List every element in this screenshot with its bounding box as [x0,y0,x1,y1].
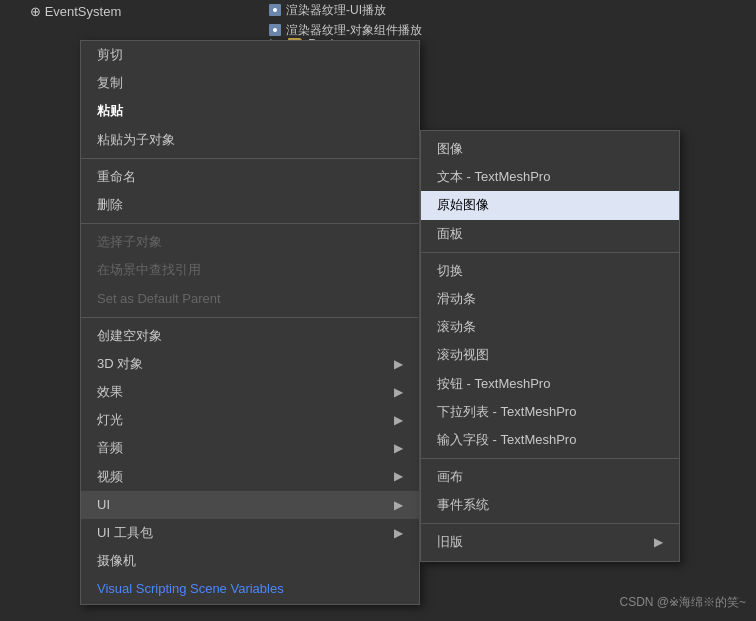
menu-item-paste[interactable]: 粘贴 [81,97,419,125]
sub-menu-text-mesh[interactable]: 文本 - TextMeshPro [421,163,679,191]
menu-item-audio[interactable]: 音频 ▶ [81,434,419,462]
sub-menu-slider[interactable]: 滑动条 [421,285,679,313]
sub-menu-scroll-view[interactable]: 滚动视图 [421,341,679,369]
separator-1 [81,158,419,159]
menu-item-find-ref: 在场景中查找引用 [81,256,419,284]
menu-item-ui[interactable]: UI ▶ [81,491,419,519]
arrow-light: ▶ [394,412,403,429]
menu-item-create-empty[interactable]: 创建空对象 [81,322,419,350]
watermark: CSDN @※海绵※的笑~ [619,594,746,611]
sub-menu-raw-image[interactable]: 原始图像 [421,191,679,219]
menu-item-camera[interactable]: 摄像机 [81,547,419,575]
sub-menu-panel[interactable]: 面板 [421,220,679,248]
menu-item-3d-object[interactable]: 3D 对象 ▶ [81,350,419,378]
sub-separator-3 [421,523,679,524]
menu-item-select-child: 选择子对象 [81,228,419,256]
menu-item-effects[interactable]: 效果 ▶ [81,378,419,406]
separator-3 [81,317,419,318]
menu-item-visual-scripting[interactable]: Visual Scripting Scene Variables [81,575,419,603]
arrow-ui: ▶ [394,497,403,514]
ui-sub-menu: 图像 文本 - TextMeshPro 原始图像 面板 切换 滑动条 滚动条 滚… [420,130,680,562]
context-menu: 剪切 复制 粘贴 粘贴为子对象 重命名 删除 选择子对象 在场景中查找引用 Se… [80,40,420,605]
sub-menu-dropdown-mesh[interactable]: 下拉列表 - TextMeshPro [421,398,679,426]
separator-2 [81,223,419,224]
menu-item-delete[interactable]: 删除 [81,191,419,219]
sub-menu-toggle[interactable]: 切换 [421,257,679,285]
menu-item-light[interactable]: 灯光 ▶ [81,406,419,434]
sub-menu-event-system[interactable]: 事件系统 [421,491,679,519]
sub-menu-scrollbar[interactable]: 滚动条 [421,313,679,341]
arrow-legacy: ▶ [654,534,663,551]
menu-item-copy[interactable]: 复制 [81,69,419,97]
menu-item-rename[interactable]: 重命名 [81,163,419,191]
sub-menu-input-field-mesh[interactable]: 输入字段 - TextMeshPro [421,426,679,454]
sub-separator-2 [421,458,679,459]
sub-separator-1 [421,252,679,253]
menu-item-video[interactable]: 视频 ▶ [81,463,419,491]
arrow-effects: ▶ [394,384,403,401]
event-system-label: ⊕ EventSystem [30,4,121,19]
arrow-audio: ▶ [394,440,403,457]
sub-menu-button-mesh[interactable]: 按钮 - TextMeshPro [421,370,679,398]
menu-item-ui-toolkit[interactable]: UI 工具包 ▶ [81,519,419,547]
sub-menu-image[interactable]: 图像 [421,135,679,163]
sub-menu-legacy[interactable]: 旧版 ▶ [421,528,679,556]
arrow-3d: ▶ [394,356,403,373]
arrow-video: ▶ [394,468,403,485]
menu-item-paste-child[interactable]: 粘贴为子对象 [81,126,419,154]
menu-item-cut[interactable]: 剪切 [81,41,419,69]
menu-item-set-default-parent: Set as Default Parent [81,285,419,313]
sub-menu-canvas[interactable]: 画布 [421,463,679,491]
arrow-ui-toolkit: ▶ [394,525,403,542]
